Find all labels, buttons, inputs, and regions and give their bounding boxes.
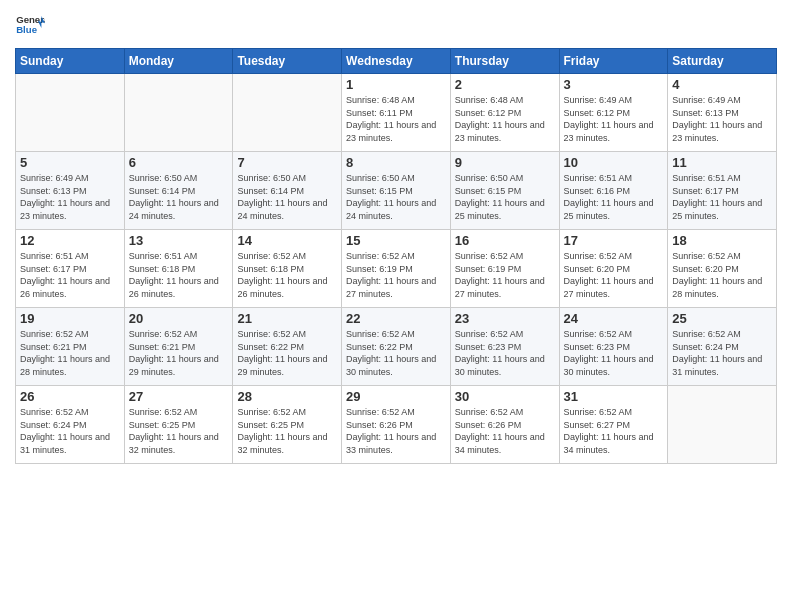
week-row-5: 26Sunrise: 6:52 AM Sunset: 6:24 PM Dayli…: [16, 386, 777, 464]
calendar-cell: [124, 74, 233, 152]
day-info: Sunrise: 6:52 AM Sunset: 6:26 PM Dayligh…: [455, 406, 555, 456]
day-number: 31: [564, 389, 664, 404]
day-info: Sunrise: 6:50 AM Sunset: 6:14 PM Dayligh…: [129, 172, 229, 222]
day-number: 11: [672, 155, 772, 170]
weekday-header-sunday: Sunday: [16, 49, 125, 74]
calendar-cell: 15Sunrise: 6:52 AM Sunset: 6:19 PM Dayli…: [342, 230, 451, 308]
day-info: Sunrise: 6:50 AM Sunset: 6:15 PM Dayligh…: [455, 172, 555, 222]
day-info: Sunrise: 6:52 AM Sunset: 6:24 PM Dayligh…: [672, 328, 772, 378]
day-info: Sunrise: 6:51 AM Sunset: 6:18 PM Dayligh…: [129, 250, 229, 300]
page: General Blue SundayMondayTuesdayWednesda…: [0, 0, 792, 612]
weekday-header-wednesday: Wednesday: [342, 49, 451, 74]
calendar-cell: 17Sunrise: 6:52 AM Sunset: 6:20 PM Dayli…: [559, 230, 668, 308]
day-number: 16: [455, 233, 555, 248]
day-number: 29: [346, 389, 446, 404]
calendar-cell: [668, 386, 777, 464]
calendar-cell: 10Sunrise: 6:51 AM Sunset: 6:16 PM Dayli…: [559, 152, 668, 230]
calendar-cell: 28Sunrise: 6:52 AM Sunset: 6:25 PM Dayli…: [233, 386, 342, 464]
calendar-cell: 16Sunrise: 6:52 AM Sunset: 6:19 PM Dayli…: [450, 230, 559, 308]
calendar-cell: 21Sunrise: 6:52 AM Sunset: 6:22 PM Dayli…: [233, 308, 342, 386]
week-row-1: 1Sunrise: 6:48 AM Sunset: 6:11 PM Daylig…: [16, 74, 777, 152]
generalblue-logo-icon: General Blue: [15, 10, 45, 40]
weekday-header-tuesday: Tuesday: [233, 49, 342, 74]
day-info: Sunrise: 6:52 AM Sunset: 6:21 PM Dayligh…: [129, 328, 229, 378]
week-row-3: 12Sunrise: 6:51 AM Sunset: 6:17 PM Dayli…: [16, 230, 777, 308]
weekday-header-row: SundayMondayTuesdayWednesdayThursdayFrid…: [16, 49, 777, 74]
day-number: 4: [672, 77, 772, 92]
day-number: 24: [564, 311, 664, 326]
calendar-cell: [16, 74, 125, 152]
weekday-header-monday: Monday: [124, 49, 233, 74]
calendar-cell: 3Sunrise: 6:49 AM Sunset: 6:12 PM Daylig…: [559, 74, 668, 152]
logo: General Blue: [15, 10, 45, 40]
weekday-header-thursday: Thursday: [450, 49, 559, 74]
day-info: Sunrise: 6:52 AM Sunset: 6:27 PM Dayligh…: [564, 406, 664, 456]
calendar-cell: 23Sunrise: 6:52 AM Sunset: 6:23 PM Dayli…: [450, 308, 559, 386]
calendar-cell: 25Sunrise: 6:52 AM Sunset: 6:24 PM Dayli…: [668, 308, 777, 386]
day-number: 14: [237, 233, 337, 248]
day-number: 1: [346, 77, 446, 92]
day-number: 10: [564, 155, 664, 170]
day-info: Sunrise: 6:51 AM Sunset: 6:17 PM Dayligh…: [20, 250, 120, 300]
calendar-cell: 11Sunrise: 6:51 AM Sunset: 6:17 PM Dayli…: [668, 152, 777, 230]
day-info: Sunrise: 6:52 AM Sunset: 6:20 PM Dayligh…: [672, 250, 772, 300]
calendar-cell: 13Sunrise: 6:51 AM Sunset: 6:18 PM Dayli…: [124, 230, 233, 308]
calendar-cell: 8Sunrise: 6:50 AM Sunset: 6:15 PM Daylig…: [342, 152, 451, 230]
day-info: Sunrise: 6:52 AM Sunset: 6:21 PM Dayligh…: [20, 328, 120, 378]
calendar-cell: 14Sunrise: 6:52 AM Sunset: 6:18 PM Dayli…: [233, 230, 342, 308]
calendar-cell: 12Sunrise: 6:51 AM Sunset: 6:17 PM Dayli…: [16, 230, 125, 308]
calendar-cell: 24Sunrise: 6:52 AM Sunset: 6:23 PM Dayli…: [559, 308, 668, 386]
day-number: 8: [346, 155, 446, 170]
calendar-cell: [233, 74, 342, 152]
day-number: 23: [455, 311, 555, 326]
week-row-2: 5Sunrise: 6:49 AM Sunset: 6:13 PM Daylig…: [16, 152, 777, 230]
day-number: 19: [20, 311, 120, 326]
calendar-cell: 29Sunrise: 6:52 AM Sunset: 6:26 PM Dayli…: [342, 386, 451, 464]
day-number: 5: [20, 155, 120, 170]
calendar-cell: 2Sunrise: 6:48 AM Sunset: 6:12 PM Daylig…: [450, 74, 559, 152]
calendar-cell: 7Sunrise: 6:50 AM Sunset: 6:14 PM Daylig…: [233, 152, 342, 230]
day-info: Sunrise: 6:52 AM Sunset: 6:22 PM Dayligh…: [237, 328, 337, 378]
day-info: Sunrise: 6:50 AM Sunset: 6:14 PM Dayligh…: [237, 172, 337, 222]
calendar-cell: 30Sunrise: 6:52 AM Sunset: 6:26 PM Dayli…: [450, 386, 559, 464]
calendar-cell: 1Sunrise: 6:48 AM Sunset: 6:11 PM Daylig…: [342, 74, 451, 152]
day-number: 13: [129, 233, 229, 248]
calendar-cell: 19Sunrise: 6:52 AM Sunset: 6:21 PM Dayli…: [16, 308, 125, 386]
day-info: Sunrise: 6:52 AM Sunset: 6:23 PM Dayligh…: [564, 328, 664, 378]
calendar-cell: 4Sunrise: 6:49 AM Sunset: 6:13 PM Daylig…: [668, 74, 777, 152]
day-info: Sunrise: 6:49 AM Sunset: 6:13 PM Dayligh…: [20, 172, 120, 222]
day-number: 9: [455, 155, 555, 170]
day-number: 17: [564, 233, 664, 248]
header: General Blue: [15, 10, 777, 40]
day-number: 18: [672, 233, 772, 248]
calendar-cell: 5Sunrise: 6:49 AM Sunset: 6:13 PM Daylig…: [16, 152, 125, 230]
day-info: Sunrise: 6:49 AM Sunset: 6:12 PM Dayligh…: [564, 94, 664, 144]
day-info: Sunrise: 6:52 AM Sunset: 6:24 PM Dayligh…: [20, 406, 120, 456]
calendar-table: SundayMondayTuesdayWednesdayThursdayFrid…: [15, 48, 777, 464]
day-info: Sunrise: 6:51 AM Sunset: 6:16 PM Dayligh…: [564, 172, 664, 222]
day-info: Sunrise: 6:52 AM Sunset: 6:19 PM Dayligh…: [455, 250, 555, 300]
day-number: 28: [237, 389, 337, 404]
day-number: 6: [129, 155, 229, 170]
day-number: 27: [129, 389, 229, 404]
day-number: 3: [564, 77, 664, 92]
day-number: 2: [455, 77, 555, 92]
calendar-cell: 26Sunrise: 6:52 AM Sunset: 6:24 PM Dayli…: [16, 386, 125, 464]
day-info: Sunrise: 6:52 AM Sunset: 6:26 PM Dayligh…: [346, 406, 446, 456]
calendar-cell: 6Sunrise: 6:50 AM Sunset: 6:14 PM Daylig…: [124, 152, 233, 230]
day-info: Sunrise: 6:52 AM Sunset: 6:25 PM Dayligh…: [129, 406, 229, 456]
day-info: Sunrise: 6:52 AM Sunset: 6:25 PM Dayligh…: [237, 406, 337, 456]
weekday-header-friday: Friday: [559, 49, 668, 74]
weekday-header-saturday: Saturday: [668, 49, 777, 74]
day-info: Sunrise: 6:52 AM Sunset: 6:20 PM Dayligh…: [564, 250, 664, 300]
day-number: 20: [129, 311, 229, 326]
day-number: 21: [237, 311, 337, 326]
calendar-cell: 9Sunrise: 6:50 AM Sunset: 6:15 PM Daylig…: [450, 152, 559, 230]
calendar-cell: 22Sunrise: 6:52 AM Sunset: 6:22 PM Dayli…: [342, 308, 451, 386]
calendar-cell: 27Sunrise: 6:52 AM Sunset: 6:25 PM Dayli…: [124, 386, 233, 464]
day-info: Sunrise: 6:52 AM Sunset: 6:22 PM Dayligh…: [346, 328, 446, 378]
day-number: 22: [346, 311, 446, 326]
calendar-cell: 20Sunrise: 6:52 AM Sunset: 6:21 PM Dayli…: [124, 308, 233, 386]
day-number: 7: [237, 155, 337, 170]
day-number: 25: [672, 311, 772, 326]
